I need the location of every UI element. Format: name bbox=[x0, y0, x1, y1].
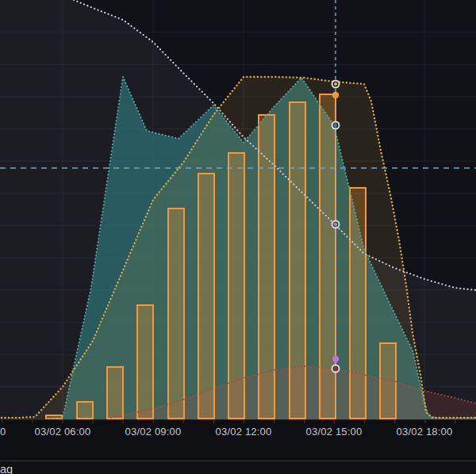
x-axis-label: 03/02 18:00 bbox=[379, 426, 470, 438]
hover-marker-dot bbox=[332, 92, 339, 98]
x-axis-label: 03/02 06:00 bbox=[17, 426, 108, 438]
panel-divider bbox=[0, 461, 476, 461]
bar bbox=[290, 102, 305, 419]
hover-marker-dot bbox=[332, 356, 339, 362]
hover-marker-dot bbox=[334, 82, 337, 86]
x-axis-label: 03/02 09:00 bbox=[108, 426, 198, 438]
hover-marker-dot bbox=[334, 367, 337, 370]
hover-marker-dot bbox=[334, 124, 337, 127]
x-axis-label-partial: 0 bbox=[0, 426, 6, 438]
bar bbox=[198, 174, 214, 419]
bar bbox=[168, 208, 184, 419]
x-axis-label: 03/02 15:00 bbox=[289, 426, 379, 438]
x-axis-label: 03/02 12:00 bbox=[198, 426, 289, 438]
chart-plot[interactable] bbox=[0, 0, 476, 474]
bar bbox=[137, 305, 153, 419]
hover-marker-dot bbox=[334, 223, 337, 226]
partial-text-bottom-left: ag bbox=[0, 463, 13, 474]
bar bbox=[107, 367, 123, 419]
grafana-timeseries-panel: 03/02 06:0003/02 09:0003/02 12:0003/02 1… bbox=[0, 0, 476, 474]
bar bbox=[77, 402, 93, 419]
bar bbox=[380, 343, 396, 419]
